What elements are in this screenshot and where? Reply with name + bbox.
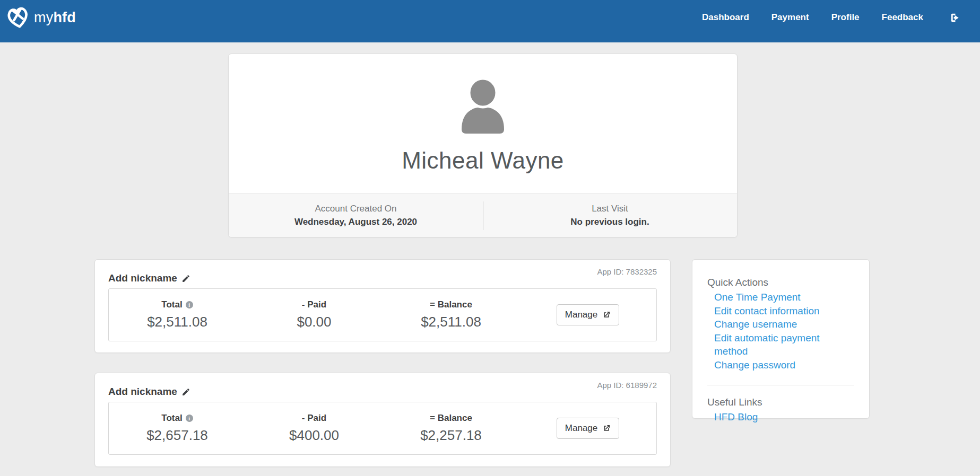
profile-top-section: Micheal Wayne: [229, 54, 737, 194]
profile-card: Micheal Wayne Account Created On Wednesd…: [228, 54, 738, 237]
total-column: Total $2,657.18: [109, 413, 246, 444]
total-column: Total $2,511.08: [109, 299, 246, 330]
account-card: App ID: 6189972 Add nickname Total $2,65…: [94, 373, 671, 467]
balance-column: = Balance $2,511.08: [383, 299, 519, 330]
nav-item-profile[interactable]: Profile: [831, 12, 860, 23]
quick-action-one-time-payment[interactable]: One Time Payment: [714, 290, 854, 304]
total-label: Total: [161, 413, 182, 424]
manage-button[interactable]: Manage: [557, 418, 619, 439]
quick-action-change-password[interactable]: Change password: [714, 358, 854, 372]
balance-column: = Balance $2,257.18: [383, 413, 519, 444]
sidebar-card: Quick Actions One Time Payment Edit cont…: [692, 259, 870, 419]
external-link-icon: [602, 311, 611, 319]
manage-button[interactable]: Manage: [557, 304, 619, 325]
balance-value: $2,257.18: [383, 427, 519, 444]
balance-summary-box: Total $2,511.08 - Paid $0.00 = Balance $…: [108, 288, 657, 341]
nav-item-feedback[interactable]: Feedback: [882, 12, 923, 23]
last-visit-value: No previous login.: [570, 217, 649, 227]
add-nickname-button[interactable]: Add nickname: [108, 272, 190, 284]
footer-divider: [483, 201, 483, 230]
account-created-block: Account Created On Wednesday, August 26,…: [229, 194, 483, 237]
paid-column: - Paid $400.00: [246, 413, 383, 444]
account-created-label: Account Created On: [315, 204, 396, 214]
quick-actions-list: One Time Payment Edit contact informatio…: [707, 290, 854, 372]
brand-name: myhfd: [34, 10, 76, 26]
quick-action-edit-contact-information[interactable]: Edit contact information: [714, 304, 854, 318]
app-id-text: App ID: 6189972: [597, 381, 657, 390]
sign-out-icon[interactable]: [949, 12, 961, 24]
balance-summary-box: Total $2,657.18 - Paid $400.00 = Balance…: [108, 402, 657, 455]
paid-value: $400.00: [246, 427, 383, 444]
last-visit-label: Last Visit: [592, 204, 628, 214]
navbar: myhfd Dashboard Payment Profile Feedback: [0, 0, 980, 42]
pencil-icon[interactable]: [181, 274, 190, 283]
paid-label: - Paid: [246, 299, 383, 310]
quick-actions-title: Quick Actions: [707, 277, 854, 288]
account-created-value: Wednesday, August 26, 2020: [294, 217, 417, 227]
user-avatar-icon: [457, 78, 508, 134]
paid-column: - Paid $0.00: [246, 299, 383, 330]
nav-item-payment[interactable]: Payment: [771, 12, 809, 23]
brand-logo[interactable]: myhfd: [5, 5, 76, 30]
paid-value: $0.00: [246, 314, 383, 330]
balance-label: = Balance: [383, 413, 519, 424]
total-value: $2,511.08: [109, 314, 246, 330]
account-card: App ID: 7832325 Add nickname Total $2,51…: [94, 259, 671, 353]
total-value: $2,657.18: [109, 427, 246, 444]
useful-link-hfd-blog[interactable]: HFD Blog: [714, 410, 854, 424]
pencil-icon[interactable]: [181, 387, 190, 396]
manage-column: Manage: [519, 304, 656, 325]
useful-links-list: HFD Blog: [707, 410, 854, 424]
total-label: Total: [161, 299, 182, 310]
nav-links: Dashboard Payment Profile Feedback: [702, 12, 961, 24]
balance-value: $2,511.08: [383, 314, 519, 330]
quick-action-change-username[interactable]: Change username: [714, 318, 854, 331]
profile-footer: Account Created On Wednesday, August 26,…: [229, 193, 737, 237]
nav-item-dashboard[interactable]: Dashboard: [702, 12, 749, 23]
info-icon[interactable]: [186, 301, 193, 308]
user-full-name: Micheal Wayne: [402, 147, 564, 174]
heart-ribbon-logo-icon: [5, 5, 31, 30]
app-id-text: App ID: 7832325: [597, 267, 657, 276]
info-icon[interactable]: [186, 415, 193, 422]
last-visit-block: Last Visit No previous login.: [483, 194, 737, 237]
myhfd-dashboard-page: { "colors": { "navbar_bg": "#2066a4", "l…: [0, 0, 980, 476]
useful-links-title: Useful Links: [707, 396, 854, 408]
external-link-icon: [602, 424, 611, 433]
add-nickname-button[interactable]: Add nickname: [108, 386, 190, 398]
sidebar-divider: [707, 385, 854, 385]
quick-action-edit-automatic-payment-method[interactable]: Edit automatic payment method: [714, 331, 854, 358]
balance-label: = Balance: [383, 299, 519, 310]
paid-label: - Paid: [246, 413, 383, 424]
manage-column: Manage: [519, 418, 656, 439]
